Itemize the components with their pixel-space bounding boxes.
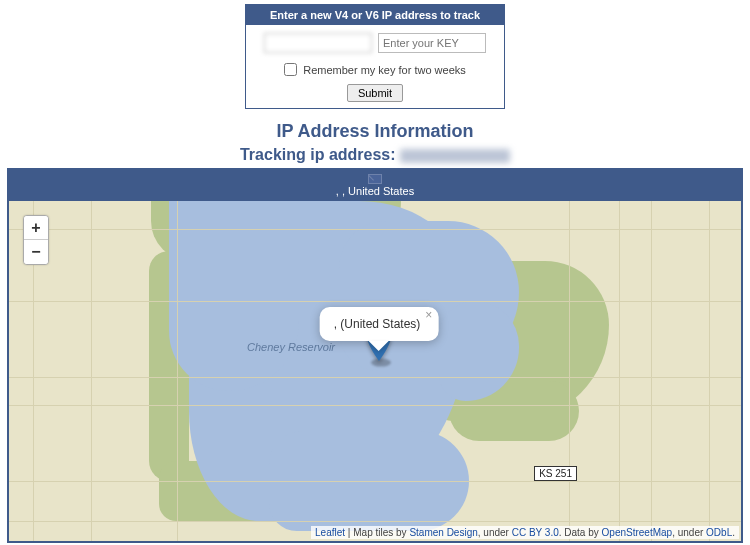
tracking-label: Tracking ip address: [240, 146, 396, 163]
attribution-stamen-link[interactable]: Stamen Design [409, 527, 477, 538]
attribution-text: . [732, 527, 735, 538]
key-input[interactable] [378, 33, 486, 53]
map-attribution: Leaflet | Map tiles by Stamen Design, un… [311, 526, 739, 539]
ip-form-box: Enter a new V4 or V6 IP address to track… [245, 4, 505, 109]
form-body: Remember my key for two weeks Submit [246, 25, 504, 108]
remember-label: Remember my key for two weeks [303, 64, 466, 76]
country-name: United States [348, 185, 414, 197]
popup-text: , (United States) [334, 317, 421, 331]
close-icon[interactable]: × [425, 309, 432, 321]
submit-button[interactable]: Submit [347, 84, 403, 102]
remember-row[interactable]: Remember my key for two weeks [256, 63, 494, 76]
road-badge-ks251: KS 251 [534, 466, 577, 481]
country-prefix: , , [336, 185, 345, 197]
attribution-text: . Data by [559, 527, 602, 538]
form-header: Enter a new V4 or V6 IP address to track [246, 5, 504, 25]
reservoir-label: Cheney Reservoir [247, 341, 335, 353]
attribution-osm-link[interactable]: OpenStreetMap [602, 527, 673, 538]
map-roads [9, 201, 741, 541]
map-canvas[interactable]: Cheney Reservoir KS 251 + − × , (United … [9, 201, 741, 541]
ip-input[interactable] [264, 33, 372, 53]
attribution-text: , under [478, 527, 512, 538]
form-input-row [256, 33, 494, 53]
attribution-cc-link[interactable]: CC BY 3.0 [512, 527, 559, 538]
tracking-ip-value [400, 149, 510, 163]
attribution-odbl-link[interactable]: ODbL [706, 527, 732, 538]
section-title: IP Address Information [0, 121, 750, 142]
attribution-text: , under [672, 527, 706, 538]
attribution-leaflet-link[interactable]: Leaflet [315, 527, 345, 538]
map-popup: × , (United States) [320, 307, 439, 341]
remember-checkbox[interactable] [284, 63, 297, 76]
tracking-line: Tracking ip address: [0, 146, 750, 164]
zoom-out-button[interactable]: − [24, 240, 48, 264]
map-country-bar: , , United States [9, 170, 741, 201]
zoom-in-button[interactable]: + [24, 216, 48, 240]
zoom-control: + − [23, 215, 49, 265]
flag-icon [368, 174, 382, 184]
map-frame: , , United States [7, 168, 743, 543]
attribution-text: | Map tiles by [345, 527, 409, 538]
